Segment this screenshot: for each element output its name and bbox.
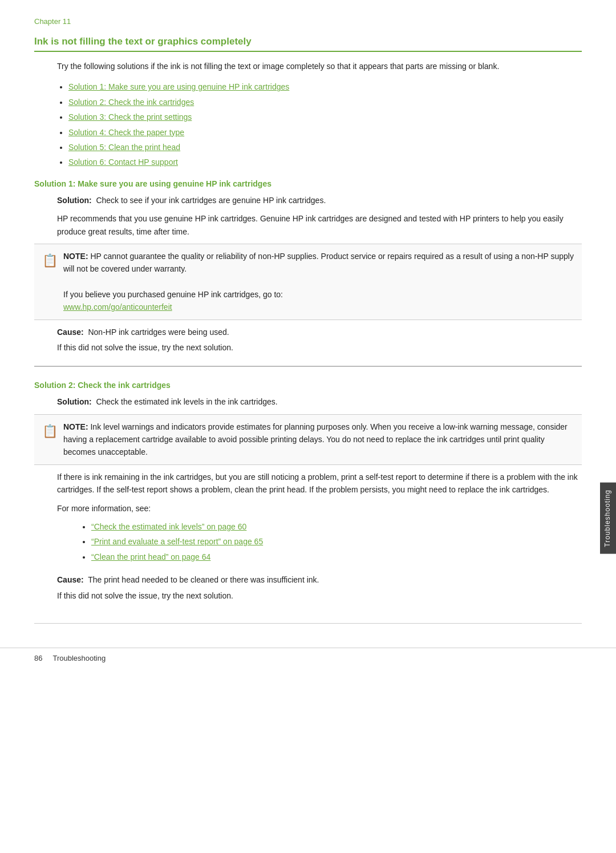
- note-icon-2: 📋: [42, 421, 58, 459]
- note-content: NOTE: HP cannot guarantee the quality or…: [63, 250, 574, 314]
- cause-text-2: The print head needed to be cleaned or t…: [88, 575, 319, 584]
- solution-1-section: Solution 1: Make sure you are using genu…: [34, 179, 582, 353]
- solution-5-link[interactable]: Solution 5: Clean the print head: [68, 143, 180, 152]
- solution-label: Solution:: [57, 196, 92, 205]
- solution-2-note: 📋 NOTE: Ink level warnings and indicator…: [34, 414, 582, 465]
- solution-1-cause: Cause: Non-HP ink cartridges were being …: [57, 326, 582, 352]
- solution-2-link[interactable]: Solution 2: Check the ink cartridges: [68, 98, 194, 107]
- note-text: HP cannot guarantee the quality or relia…: [63, 252, 574, 273]
- solution-1-link[interactable]: Solution 1: Make sure you are using genu…: [68, 82, 289, 91]
- footer: 86 Troubleshooting: [0, 648, 616, 668]
- solution-6-link[interactable]: Solution 6: Contact HP support: [68, 157, 178, 167]
- anticounterfeit-link[interactable]: www.hp.com/go/anticounterfeit: [63, 302, 172, 312]
- if-text-2: If this did not solve the issue, try the…: [57, 591, 582, 600]
- solution-label-2: Solution:: [57, 397, 92, 406]
- footer-page-number: 86: [34, 654, 42, 662]
- section-title: Ink is not filling the text or graphics …: [34, 36, 582, 52]
- cause-2: Cause: The print head needed to be clean…: [57, 573, 582, 586]
- solution-2-section: Solution 2: Check the ink cartridges Sol…: [34, 381, 582, 600]
- footer-label: Troubleshooting: [52, 654, 106, 662]
- solution-2-details: If there is ink remaining in the ink car…: [57, 471, 582, 600]
- note-label: NOTE:: [63, 252, 88, 261]
- solution-1-text: Solution: Check to see if your ink cartr…: [57, 194, 582, 207]
- list-item: Solution 1: Make sure you are using genu…: [68, 80, 582, 93]
- solution-list: Solution 1: Make sure you are using genu…: [68, 80, 582, 168]
- note-followup: If you believe you purchased genuine HP …: [63, 290, 283, 299]
- solution-1-note: 📋 NOTE: HP cannot guarantee the quality …: [34, 244, 582, 320]
- note-label-2: NOTE:: [63, 422, 88, 431]
- solution-1-desc: Check to see if your ink cartridges are …: [96, 196, 326, 205]
- list-item: “Check the estimated ink levels” on page…: [91, 520, 582, 533]
- divider-1: [34, 366, 582, 367]
- list-item: Solution 5: Clean the print head: [68, 141, 582, 153]
- solution-2-body: Solution: Check the estimated ink levels…: [57, 395, 582, 408]
- list-item: Solution 2: Check the ink cartridges: [68, 96, 582, 108]
- solution-2-body-text: If there is ink remaining in the ink car…: [57, 471, 582, 496]
- solution-2-title: Solution 2: Check the ink cartridges: [34, 381, 582, 390]
- ink-levels-link[interactable]: “Check the estimated ink levels” on page…: [91, 522, 246, 531]
- cause-1: Cause: Non-HP ink cartridges were being …: [57, 326, 582, 338]
- cause-text-1: Non-HP ink cartridges were being used.: [88, 328, 229, 337]
- note-content-2: NOTE: Ink level warnings and indicators …: [63, 421, 574, 459]
- list-item: Solution 6: Contact HP support: [68, 156, 582, 168]
- note-text-2: Ink level warnings and indicators provid…: [63, 422, 568, 457]
- page-container: Chapter 11 Ink is not filling the text o…: [0, 0, 616, 668]
- solution-1-body-text: HP recommends that you use genuine HP in…: [57, 212, 582, 238]
- list-item: “Print and evaluate a self-test report” …: [91, 535, 582, 548]
- divider-bottom: [34, 623, 582, 624]
- list-item: Solution 3: Check the print settings: [68, 111, 582, 123]
- for-more-text: For more information, see:: [57, 502, 582, 515]
- cause-label-1: Cause:: [57, 328, 84, 337]
- cause-label-2: Cause:: [57, 575, 84, 584]
- solution-2-text: Solution: Check the estimated ink levels…: [57, 395, 582, 408]
- intro-text: Try the following solutions if the ink i…: [57, 60, 582, 72]
- solution-2-subbullets: “Check the estimated ink levels” on page…: [91, 520, 582, 563]
- list-item: Solution 4: Check the paper type: [68, 126, 582, 139]
- note-icon: 📋: [42, 250, 58, 314]
- list-item: “Clean the print head” on page 64: [91, 551, 582, 563]
- if-text-1: If this did not solve the issue, try the…: [57, 343, 582, 352]
- side-tab: Troubleshooting: [600, 483, 616, 554]
- solution-3-link[interactable]: Solution 3: Check the print settings: [68, 112, 192, 122]
- chapter-label: Chapter 11: [34, 17, 582, 26]
- solution-1-title: Solution 1: Make sure you are using genu…: [34, 179, 582, 188]
- clean-head-link[interactable]: “Clean the print head” on page 64: [91, 552, 210, 561]
- solution-4-link[interactable]: Solution 4: Check the paper type: [68, 128, 184, 137]
- solution-1-body: Solution: Check to see if your ink cartr…: [57, 194, 582, 238]
- solution-2-desc: Check the estimated ink levels in the in…: [96, 397, 277, 406]
- self-test-link[interactable]: “Print and evaluate a self-test report” …: [91, 537, 263, 546]
